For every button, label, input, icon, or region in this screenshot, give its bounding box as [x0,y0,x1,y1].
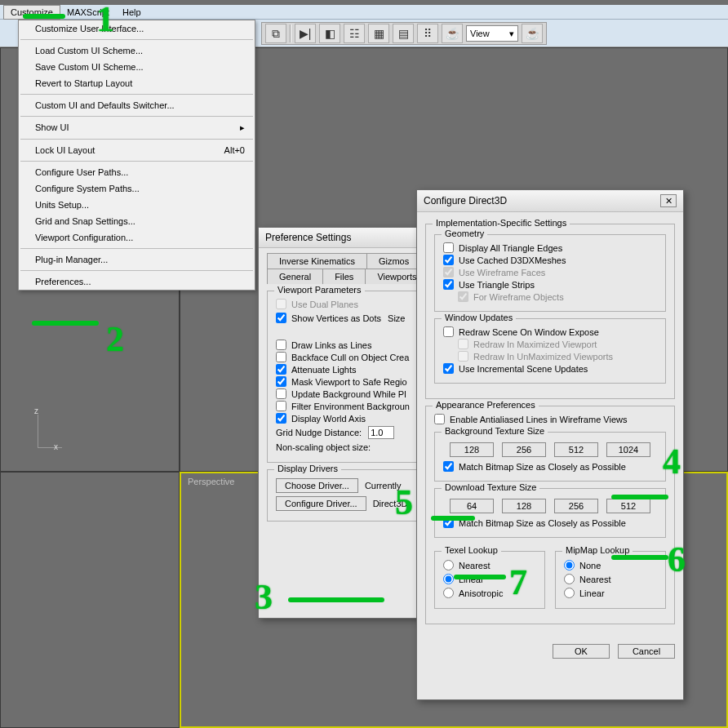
chk-cached-meshes[interactable]: Use Cached D3DXMeshes [443,254,657,266]
axis-gizmo: z x [29,406,78,455]
radio-mip-linear[interactable]: Linear [564,586,657,600]
group-viewport-params: Viewport Parameters [274,285,365,295]
tool-eraser-icon[interactable]: ◧ [319,24,340,43]
group-bg-tex-size: Background Texture Size [442,426,548,436]
tab-ik[interactable]: Inverse Kinematics [267,253,367,269]
dialog-title: Configure Direct3D [424,195,507,206]
dl-size-64[interactable]: 64 [450,499,494,513]
menu-lock-ui[interactable]: Lock UI LayoutAlt+0 [19,142,255,158]
close-button[interactable]: ✕ [660,194,677,207]
ok-button[interactable]: OK [553,644,610,659]
group-geometry: Geometry [442,229,487,238]
menu-show-ui[interactable]: Show UI▸ [19,119,255,136]
menu-help[interactable]: Help [116,6,148,19]
chk-incremental[interactable]: Use Incremental Scene Updates [443,362,657,375]
customize-dropdown: Customize User Interface... Load Custom … [18,20,255,291]
dialog-titlebar[interactable]: Configure Direct3D ✕ [417,190,683,212]
dl-size-128[interactable]: 128 [502,499,546,513]
input-grid-nudge[interactable] [368,426,394,439]
tool-teapot2-icon[interactable]: ☕ [522,24,543,43]
menu-load-scheme[interactable]: Load Custom UI Scheme... [19,42,255,59]
configure-direct3d-dialog: Configure Direct3D ✕ Implementation-Spec… [416,189,684,700]
dl-size-256[interactable]: 256 [554,499,598,513]
cancel-button[interactable]: Cancel [618,644,675,659]
viewport-bottom-left[interactable] [0,472,180,728]
radio-texel-aniso[interactable]: Anisotropic [443,586,536,600]
tab-general[interactable]: General [267,269,323,284]
group-display-drivers: Display Drivers [274,464,341,473]
radio-texel-nearest[interactable]: Nearest [443,558,536,572]
group-window-updates: Window Updates [442,313,516,322]
menu-grid-snap[interactable]: Grid and Snap Settings... [19,213,255,229]
tool-play-end-icon[interactable]: ▶| [295,24,316,43]
chk-redraw-unmax: Redraw In UnMaximized Viewports [443,350,657,362]
menu-customize[interactable]: Customize [3,5,60,20]
tool-teapot-icon[interactable]: ☕ [442,24,463,43]
chk-antialias[interactable]: Enable Antialiased Lines in Wireframe Vi… [434,413,666,425]
label-currently: Currently [365,481,402,491]
submenu-arrow-icon: ▸ [240,122,245,133]
menu-config-user-paths[interactable]: Configure User Paths... [19,164,255,180]
choose-driver-button[interactable]: Choose Driver... [276,478,358,493]
viewport-label: Perspective [188,477,234,486]
group-dl-tex-size: Download Texture Size [442,482,539,492]
configure-driver-button[interactable]: Configure Driver... [276,496,366,511]
chk-show-vertices[interactable]: Show Vertices as Dots [276,312,381,324]
chk-wireframe-faces: Use Wireframe Faces [443,266,657,278]
chk-match-bg[interactable]: Match Bitmap Size as Closely as Possible [443,460,657,473]
bg-size-512[interactable]: 512 [554,442,598,457]
tool-schematic-icon[interactable]: ⧉ [265,24,286,43]
label-grid-nudge: Grid Nudge Distance: [276,428,362,437]
chk-match-dl[interactable]: Match Bitmap Size as Closely as Possible [443,517,657,529]
menu-revert-layout[interactable]: Revert to Startup Layout [19,75,255,91]
tool-table-icon[interactable]: ▤ [393,24,414,43]
tab-files[interactable]: Files [322,269,366,284]
menu-preferences[interactable]: Preferences... [19,273,255,290]
menubar: Customize MAXScript Help [0,5,728,20]
chk-redraw-expose[interactable]: Redraw Scene On Window Expose [443,326,657,338]
label-driver-name: Direct3D [373,499,408,508]
radio-texel-linear[interactable]: Linear [443,572,536,586]
menu-plugin-mgr[interactable]: Plug-in Manager... [19,251,255,268]
radio-mip-none[interactable]: None [564,558,657,572]
dl-size-512[interactable]: 512 [606,499,650,513]
group-appearance: Appearance Preferences [433,400,539,410]
menu-viewport-config[interactable]: Viewport Configuration... [19,229,255,246]
chk-for-wireframe-obj: For Wireframe Objects [443,291,657,303]
chevron-down-icon: ▾ [509,29,514,39]
radio-mip-nearest[interactable]: Nearest [564,572,657,586]
group-mipmap: MipMap Lookup [562,545,633,555]
chk-redraw-max: Redraw In Maximized Viewport [443,338,657,350]
dialog-title: Preference Settings [265,232,351,243]
menu-defaults-switcher[interactable]: Custom UI and Defaults Switcher... [19,97,255,113]
tab-gizmos[interactable]: Gizmos [366,253,421,269]
group-impl-settings: Implementation-Specific Settings [433,218,570,228]
chk-display-tri-edges[interactable]: Display All Triangle Edges [443,242,657,254]
chk-triangle-strips[interactable]: Use Triangle Strips [443,278,657,291]
bg-size-128[interactable]: 128 [450,442,494,457]
bg-size-256[interactable]: 256 [502,442,546,457]
tool-dots-icon[interactable]: ⠿ [417,24,438,43]
view-dropdown[interactable]: View ▾ [466,25,518,42]
tool-layers-icon[interactable]: ☷ [344,24,365,43]
bg-size-1024[interactable]: 1024 [606,442,650,457]
menu-save-scheme[interactable]: Save Custom UI Scheme... [19,59,255,75]
menu-maxscript[interactable]: MAXScript [60,6,116,19]
menu-customize-ui[interactable]: Customize User Interface... [19,20,255,37]
label-size: Size [388,313,405,323]
view-dropdown-label: View [470,29,490,38]
group-texel: Texel Lookup [442,545,501,555]
menu-units-setup[interactable]: Units Setup... [19,197,255,213]
tool-grid-icon[interactable]: ▦ [368,24,389,43]
menu-config-sys-paths[interactable]: Configure System Paths... [19,180,255,197]
label-non-scale: Non-scaling object size: [276,442,371,452]
